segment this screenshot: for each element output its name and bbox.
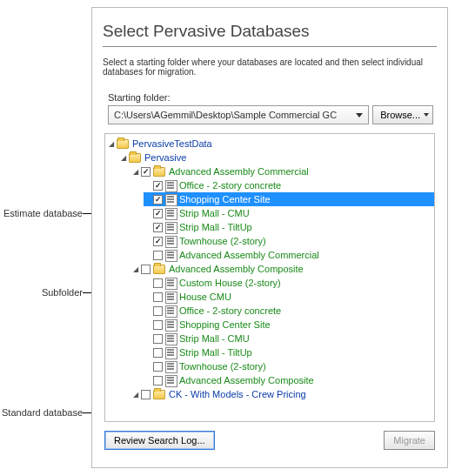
checkbox[interactable] — [141, 390, 151, 399]
starting-folder-dropdown[interactable]: C:\Users\AGemmil\Desktop\Sample Commerci… — [108, 105, 369, 124]
checkbox[interactable] — [141, 265, 151, 274]
database-icon — [165, 319, 176, 330]
folder-icon — [153, 167, 165, 177]
tree-node-item[interactable]: Strip Mall - CMU — [144, 332, 434, 345]
tree-label: Strip Mall - CMU — [179, 333, 250, 344]
checkbox[interactable] — [153, 348, 163, 358]
collapse-icon[interactable]: ◢ — [131, 167, 140, 176]
annotation-standard-db: Standard database — [0, 407, 83, 418]
tree-node-item[interactable]: Office - 2-story concrete — [144, 178, 434, 192]
tree-label: Strip Mall - TiltUp — [179, 347, 252, 358]
database-icon — [165, 333, 176, 344]
folder-icon — [129, 153, 141, 163]
checkbox[interactable] — [153, 292, 163, 302]
database-icon — [165, 292, 176, 302]
tree-label: Pervasive — [144, 152, 186, 163]
collapse-icon[interactable]: ◢ — [119, 153, 128, 162]
checkbox[interactable] — [153, 223, 163, 232]
tree-label: Advanced Assembly Composite — [179, 375, 314, 385]
tree-label: Office - 2-story concrete — [179, 180, 281, 191]
checkbox[interactable] — [153, 251, 163, 260]
tree-node-folder[interactable]: ◢ Pervasive — [119, 151, 434, 164]
folder-icon — [153, 390, 165, 399]
tree-node-item[interactable]: Townhouse (2-story) — [144, 359, 434, 373]
database-icon — [165, 305, 176, 316]
folder-icon — [117, 139, 129, 149]
review-search-log-button[interactable]: Review Search Log... — [104, 431, 215, 450]
database-icon — [165, 180, 176, 191]
instructions-text: Select a starting folder where your data… — [103, 57, 437, 77]
folder-icon — [153, 265, 165, 274]
tree-node-item[interactable]: Advanced Assembly Composite — [144, 373, 434, 387]
separator — [103, 46, 437, 47]
database-icon — [165, 278, 176, 288]
checkbox[interactable] — [141, 167, 151, 177]
tree-label: Advanced Assembly Commercial — [169, 166, 309, 177]
checkbox[interactable] — [153, 376, 163, 385]
browse-button[interactable]: Browse... — [372, 105, 433, 124]
tree-label: Advanced Assembly Commercial — [179, 250, 319, 260]
database-icon — [165, 361, 176, 372]
database-icon — [165, 208, 176, 218]
tree-node-group[interactable]: ◢ Advanced Assembly Composite — [131, 262, 434, 276]
checkbox[interactable] — [153, 362, 163, 372]
tree-node-item[interactable]: Shopping Center Site — [144, 318, 434, 332]
tree-label: Townhouse (2-story) — [179, 236, 266, 246]
tree-node-item[interactable]: Townhouse (2-story) — [144, 234, 434, 248]
checkbox[interactable] — [153, 195, 163, 204]
tree-node-item[interactable]: Strip Mall - CMU — [144, 206, 434, 220]
tree-node-item[interactable]: Strip Mall - TiltUp — [144, 345, 434, 359]
tree-label: Custom House (2-story) — [179, 278, 281, 288]
tree-label: Office - 2-story concrete — [179, 305, 281, 316]
tree-node-item[interactable]: Strip Mall - TiltUp — [144, 220, 434, 234]
checkbox[interactable] — [153, 334, 163, 344]
tree-label: Shopping Center Site — [179, 194, 271, 204]
tree-node-group[interactable]: ◢ Advanced Assembly Commercial — [131, 164, 434, 178]
tree-node-item[interactable]: Shopping Center Site — [144, 192, 434, 206]
tree-node-item[interactable]: Custom House (2-story) — [144, 276, 434, 290]
database-icon — [165, 222, 176, 232]
tree-node-group[interactable]: ◢ CK - With Models - Crew Pricing — [131, 387, 434, 401]
database-icon — [165, 250, 176, 260]
database-icon — [165, 347, 176, 358]
checkbox[interactable] — [153, 320, 163, 330]
tree-label: Advanced Assembly Composite — [169, 264, 304, 274]
database-icon — [165, 194, 176, 204]
tree-label: Strip Mall - CMU — [179, 208, 250, 218]
expand-icon[interactable]: ◢ — [131, 390, 140, 399]
dialog-title: Select Pervasive Databases — [103, 22, 437, 41]
tree-node-item[interactable]: House CMU — [144, 290, 434, 304]
checkbox[interactable] — [153, 181, 163, 191]
collapse-icon[interactable]: ◢ — [131, 265, 140, 273]
starting-folder-label: Starting folder: — [108, 92, 437, 103]
tree-label: CK - With Models - Crew Pricing — [169, 389, 306, 399]
migrate-button[interactable]: Migrate — [384, 431, 435, 450]
tree-label: PervasiveTestData — [132, 138, 212, 149]
dialog-panel: Select Pervasive Databases Select a star… — [91, 7, 448, 468]
database-tree[interactable]: ◢ PervasiveTestData ◢ Pervasive — [104, 133, 435, 422]
tree-label: Strip Mall - TiltUp — [179, 222, 252, 232]
database-icon — [165, 375, 176, 385]
tree-label: Shopping Center Site — [179, 319, 271, 330]
checkbox[interactable] — [153, 209, 163, 218]
collapse-icon[interactable]: ◢ — [107, 139, 116, 148]
tree-label: Townhouse (2-story) — [179, 361, 266, 372]
database-icon — [165, 236, 176, 246]
checkbox[interactable] — [153, 278, 163, 288]
checkbox[interactable] — [153, 306, 163, 316]
tree-node-root[interactable]: ◢ PervasiveTestData — [107, 137, 434, 151]
tree-node-item[interactable]: Advanced Assembly Commercial — [144, 248, 434, 262]
annotation-estimate-db: Estimate database — [0, 208, 83, 218]
tree-node-item[interactable]: Office - 2-story concrete — [144, 304, 434, 318]
annotation-subfolder: Subfolder — [0, 287, 83, 298]
tree-label: House CMU — [179, 292, 231, 302]
checkbox[interactable] — [153, 237, 163, 246]
